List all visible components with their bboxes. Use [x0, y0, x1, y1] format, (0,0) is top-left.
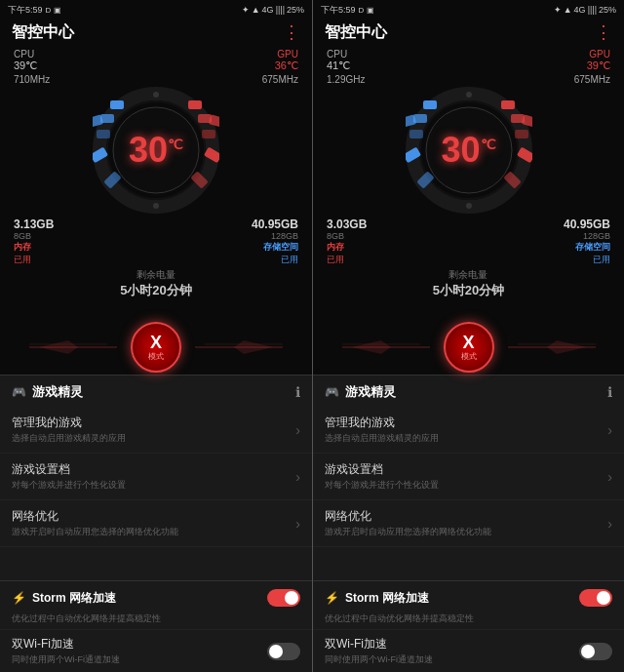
temp-value: 30℃ [129, 130, 183, 170]
list-item[interactable]: 游戏设置档 对每个游戏并进行个性化设置 › [0, 454, 312, 500]
svg-marker-15 [39, 340, 78, 354]
storage-info: 40.95GB 128GB 存储空间 已用 [252, 217, 298, 266]
battery-time: 5小时20分钟 [433, 282, 505, 299]
gamepad-icon: 🎮 [325, 385, 339, 399]
wifi-item: 双Wi-Fi加速 同时使用两个Wi-Fi通道加速 [313, 629, 624, 672]
wifi-icon: ▲ [252, 5, 260, 15]
battery-section: 剩余电量 5小时20分钟 [120, 266, 192, 299]
wifi-toggle[interactable] [579, 643, 612, 660]
list-item[interactable]: 网络优化 游戏开启时自动应用您选择的网络优化功能 › [313, 500, 624, 547]
mem-label: 内存 [14, 241, 54, 254]
list-item-title: 游戏设置档 [12, 461, 126, 478]
gpu-temp: 36℃ [275, 59, 298, 72]
gauge-container: 30℃ [93, 87, 219, 214]
gpu-freq: 675MHz [574, 74, 610, 85]
info-icon[interactable]: ℹ [295, 384, 300, 400]
list-arrow-icon: › [607, 469, 612, 485]
wifi-text: 双Wi-Fi加速 同时使用两个Wi-Fi通道加速 [12, 636, 120, 666]
list-item-title: 网络优化 [12, 508, 178, 525]
section-header: 🎮 游戏精灵 ℹ [313, 375, 624, 407]
freq-row: 1.29GHz 675MHz [313, 74, 624, 85]
list-item-text: 游戏设置档 对每个游戏并进行个性化设置 [325, 461, 439, 492]
list-item-sub: 选择自动启用游戏精灵的应用 [325, 432, 439, 445]
list-item[interactable]: 游戏设置档 对每个游戏并进行个性化设置 › [313, 454, 624, 500]
gauge-block-blue3 [97, 130, 110, 138]
list-item-title: 管理我的游戏 [325, 415, 439, 431]
signal-label: 4G [574, 5, 586, 15]
list-item-sub: 对每个游戏并进行个性化设置 [12, 479, 126, 492]
section-title-text: 游戏精灵 [32, 383, 83, 401]
storm-icon: ⚡ [12, 591, 26, 605]
list-item[interactable]: 管理我的游戏 选择自动启用游戏精灵的应用 › [313, 407, 624, 454]
battery-section: 剩余电量 5小时20分钟 [433, 266, 505, 299]
mem-storage-row: 3.03GB 8GB 内存 已用 40.95GB 128GB 存储空间 已用 [313, 214, 624, 266]
cpu-label: CPU [327, 49, 350, 59]
storm-title: ⚡ Storm 网络加速 [12, 590, 116, 607]
gpu-label: GPU [275, 49, 298, 59]
status-time: 下午5:59 [8, 4, 43, 17]
mem-sublabel: 已用 [14, 254, 54, 266]
xmode-deco-svg [10, 323, 302, 372]
list-item-sub: 选择自动启用游戏精灵的应用 [12, 432, 126, 445]
mem-value: 3.13GB [14, 217, 54, 231]
list-item-text: 游戏设置档 对每个游戏并进行个性化设置 [12, 461, 126, 492]
list-item-text: 管理我的游戏 选择自动启用游戏精灵的应用 [12, 415, 126, 445]
temp-unit: ℃ [168, 137, 183, 152]
gauge-center: 30℃ [441, 130, 495, 171]
dashboard: CPU 41℃ GPU 39℃ 1.29GHz 675MHz [313, 47, 624, 320]
wifi-item: 双Wi-Fi加速 同时使用两个Wi-Fi通道加速 [0, 629, 312, 672]
signal-label: 4G [262, 5, 274, 15]
section-header: 🎮 游戏精灵 ℹ [0, 375, 312, 407]
status-icon-box: ▣ [367, 6, 374, 15]
list-arrow-icon: › [607, 422, 612, 438]
phone-panel-right: 下午5:59 D ▣ ✦ ▲ 4G |||| 25% 智控中心 ⋮ CPU 41… [312, 0, 624, 672]
app-header: 智控中心 ⋮ [313, 18, 624, 47]
section-title-text: 游戏精灵 [345, 383, 396, 401]
storm-icon: ⚡ [325, 591, 339, 605]
section-title: 🎮 游戏精灵 [12, 383, 83, 401]
menu-icon[interactable]: ⋮ [283, 21, 300, 43]
list-arrow-icon: › [607, 516, 612, 532]
storage-total: 128GB [252, 231, 298, 241]
list-item-sub: 游戏开启时自动应用您选择的网络优化功能 [12, 526, 178, 538]
list-item-sub: 对每个游戏并进行个性化设置 [325, 479, 439, 492]
svg-marker-16 [234, 340, 273, 354]
gpu-label: GPU [587, 49, 610, 59]
storm-toggle[interactable] [579, 589, 612, 607]
phone-panel-left: 下午5:59 D ▣ ✦ ▲ 4G |||| 25% 智控中心 ⋮ CPU 39… [0, 0, 312, 672]
status-time: 下午5:59 [321, 4, 356, 17]
list-item[interactable]: 网络优化 游戏开启时自动应用您选择的网络优化功能 › [0, 500, 312, 547]
temp-unit: ℃ [481, 137, 496, 152]
info-icon[interactable]: ℹ [607, 384, 612, 400]
mem-value: 3.03GB [327, 217, 367, 231]
svg-marker-33 [547, 340, 586, 354]
gauge-center: 30℃ [129, 130, 183, 171]
gauge-block-blue2 [100, 114, 114, 123]
cpu-info: CPU 39℃ [14, 49, 37, 72]
cpu-gpu-row: CPU 39℃ GPU 36℃ [0, 47, 312, 74]
freq-row: 710MHz 675MHz [0, 74, 312, 85]
wifi-toggle[interactable] [267, 643, 300, 660]
storm-toggle[interactable] [267, 589, 300, 607]
list-item-title: 游戏设置档 [325, 461, 439, 478]
status-left: 下午5:59 D ▣ [8, 4, 61, 17]
mem-total: 8GB [327, 231, 367, 241]
storm-sub: 优化过程中自动优化网络并提高稳定性 [313, 613, 624, 629]
storage-value: 40.95GB [252, 217, 298, 231]
wifi-sub: 同时使用两个Wi-Fi通道加速 [12, 653, 120, 666]
gauge-block-red1 [501, 100, 515, 109]
cpu-label: CPU [14, 49, 37, 59]
wifi-title: 双Wi-Fi加速 [325, 636, 433, 652]
list-item[interactable]: 管理我的游戏 选择自动启用游戏精灵的应用 › [0, 407, 312, 454]
cpu-info: CPU 41℃ [327, 49, 350, 72]
storm-title-text: Storm 网络加速 [32, 590, 116, 607]
battery-label: 剩余电量 [433, 268, 505, 282]
storage-label: 存储空间 [564, 241, 610, 254]
cpu-freq: 710MHz [14, 74, 50, 85]
storm-title: ⚡ Storm 网络加速 [325, 590, 429, 607]
menu-icon[interactable]: ⋮ [595, 21, 612, 43]
cpu-temp: 39℃ [14, 59, 37, 72]
battery-pct: 25% [599, 5, 616, 15]
status-right: ✦ ▲ 4G |||| 25% [242, 5, 304, 15]
status-icon-d: D [359, 6, 365, 15]
